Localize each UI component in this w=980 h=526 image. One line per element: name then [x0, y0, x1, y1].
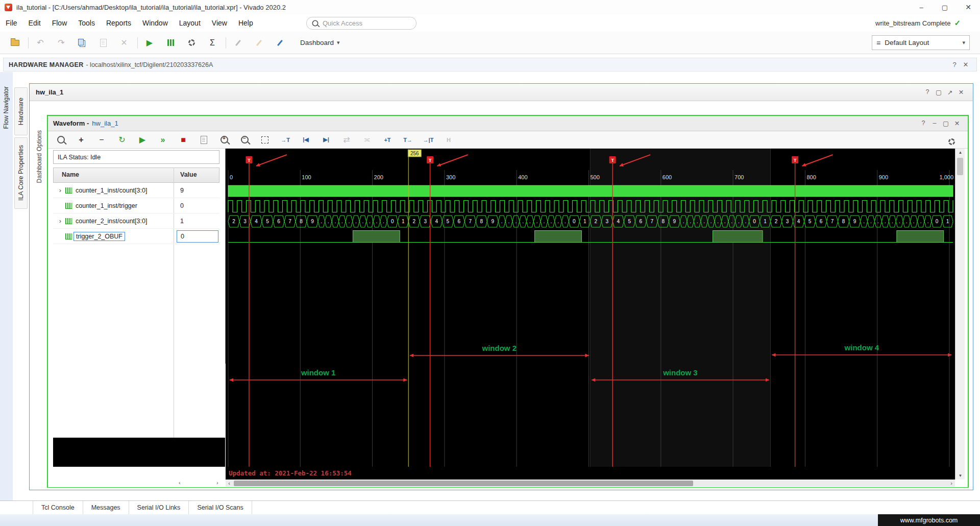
- name-column-header[interactable]: Name: [62, 171, 79, 178]
- horizontal-scrollbar[interactable]: ‹ ›: [226, 480, 955, 487]
- probe-icon[interactable]: [272, 35, 287, 51]
- go-to-end-icon[interactable]: ▶|: [318, 132, 334, 148]
- pane-scroll-right-icon[interactable]: ›: [216, 480, 218, 486]
- go-to-start-icon[interactable]: |◀: [298, 132, 313, 148]
- run-trigger-icon[interactable]: ▶: [135, 132, 150, 148]
- report-icon[interactable]: Σ: [205, 35, 220, 51]
- scroll-up-icon[interactable]: ▲: [955, 149, 965, 156]
- undo-icon[interactable]: ↶: [33, 35, 48, 51]
- scroll-left-icon[interactable]: ‹: [226, 480, 233, 487]
- menu-layout[interactable]: Layout: [174, 19, 206, 27]
- tab-serial-i-o-links[interactable]: Serial I/O Links: [129, 501, 189, 515]
- window-minimize-button[interactable]: –: [910, 0, 933, 14]
- layout-dropdown[interactable]: ≡ Default Layout ▾: [872, 35, 970, 50]
- remove-probe-icon[interactable]: −: [94, 132, 109, 148]
- signal-name[interactable]: counter_1_inst/count[3:0]: [76, 187, 147, 194]
- run-trigger-repeat-icon[interactable]: »: [155, 132, 170, 148]
- compare-icon[interactable]: ≍: [359, 132, 375, 148]
- expand-icon[interactable]: ›: [57, 186, 63, 194]
- quick-access-search[interactable]: Quick Access: [306, 17, 416, 30]
- table-row[interactable]: counter_1_inst/trigger0: [53, 198, 219, 213]
- settings-icon[interactable]: [184, 35, 199, 51]
- signal-value[interactable]: 1: [177, 218, 218, 225]
- maximize-icon[interactable]: ▢: [933, 88, 944, 96]
- help-icon[interactable]: ?: [922, 88, 933, 96]
- run-icon[interactable]: ▶: [142, 35, 157, 51]
- scroll-right-icon[interactable]: ›: [948, 480, 955, 487]
- svg-text:window 2: window 2: [482, 344, 517, 352]
- maximize-icon[interactable]: ▢: [940, 119, 951, 127]
- waveform-canvas-container[interactable]: 01002003004005006007008009001,0002345678…: [226, 149, 955, 467]
- signal-value[interactable]: 0: [177, 230, 218, 243]
- signal-name[interactable]: trigger_2_OBUF: [74, 232, 125, 241]
- find-icon[interactable]: [53, 132, 68, 148]
- table-row[interactable]: ›counter_1_inst/count[3:0]9: [53, 183, 219, 198]
- vertical-scrollbar[interactable]: ▲ ▼: [955, 149, 965, 480]
- tab-tcl-console[interactable]: Tcl Console: [33, 501, 83, 515]
- hold-icon[interactable]: H: [441, 132, 456, 148]
- flow-navigator-tab[interactable]: Flow Navigator: [3, 86, 10, 129]
- signal-name[interactable]: counter_2_inst/count[3:0]: [76, 218, 147, 225]
- svg-text:.: .: [745, 219, 746, 224]
- waveform-panel-header[interactable]: Waveform - hw_ila_1 ?–▢✕: [48, 116, 968, 131]
- redo-icon[interactable]: ↷: [54, 35, 69, 51]
- svg-text:8: 8: [662, 219, 665, 224]
- edit-icon[interactable]: [230, 35, 246, 51]
- waveform-settings-gear-icon[interactable]: [944, 134, 959, 149]
- horizontal-scroll-thumb[interactable]: [234, 481, 693, 486]
- signal-value[interactable]: 0: [177, 202, 218, 209]
- export-data-icon[interactable]: [196, 132, 211, 148]
- zoom-in-icon[interactable]: +: [216, 132, 232, 148]
- help-icon[interactable]: ?: [949, 61, 960, 68]
- delete-icon[interactable]: ✕: [116, 35, 132, 51]
- scroll-down-icon[interactable]: ▼: [955, 472, 965, 480]
- table-row[interactable]: ›counter_2_inst/count[3:0]1: [53, 213, 219, 229]
- waveform-panel-title-link[interactable]: hw_ila_1: [92, 119, 118, 127]
- menu-flow[interactable]: Flow: [46, 19, 73, 27]
- menu-tools[interactable]: Tools: [72, 19, 101, 27]
- vertical-scroll-thumb[interactable]: [957, 158, 963, 175]
- close-icon[interactable]: ✕: [960, 61, 971, 68]
- close-icon[interactable]: ✕: [951, 119, 963, 127]
- pane-scroll-left-icon[interactable]: ‹: [179, 480, 181, 486]
- window-maximize-button[interactable]: ▢: [933, 0, 957, 14]
- menu-window[interactable]: Window: [137, 19, 174, 27]
- signal-name[interactable]: counter_1_inst/trigger: [76, 202, 137, 209]
- value-column-header[interactable]: Value: [180, 171, 197, 178]
- close-icon[interactable]: ✕: [955, 88, 967, 96]
- copy-icon[interactable]: [75, 35, 90, 51]
- add-probe-icon[interactable]: +: [74, 132, 89, 148]
- run-trigger-immediate-icon[interactable]: ↻: [114, 132, 130, 148]
- zoom-fit-icon[interactable]: [257, 132, 273, 148]
- table-row[interactable]: trigger_2_OBUF0: [53, 229, 219, 244]
- swap-icon[interactable]: ⇄: [339, 132, 354, 148]
- tab-dashboard-options[interactable]: Dashboard Options: [36, 130, 43, 183]
- trigger-stop-position-icon[interactable]: →|T: [421, 132, 436, 148]
- open-icon[interactable]: [7, 35, 22, 51]
- stop-trigger-icon[interactable]: ■: [176, 132, 191, 148]
- zoom-out-icon[interactable]: −: [237, 132, 252, 148]
- menu-view[interactable]: View: [206, 19, 233, 27]
- minimize-icon[interactable]: –: [929, 119, 940, 127]
- tab-serial-i-o-scans[interactable]: Serial I/O Scans: [189, 501, 252, 515]
- expand-icon[interactable]: ›: [57, 217, 63, 225]
- menu-reports[interactable]: Reports: [101, 19, 137, 27]
- tab-hardware[interactable]: Hardware: [14, 87, 28, 135]
- run-steps-icon[interactable]: [163, 35, 178, 51]
- window-close-button[interactable]: ✕: [957, 0, 980, 14]
- hw-ila-panel-header[interactable]: hw_ila_1 ?▢↗✕: [29, 83, 973, 101]
- tab-ila-core-properties[interactable]: ILA Core Properties: [14, 137, 28, 209]
- add-trigger-icon[interactable]: +T: [380, 132, 395, 148]
- menu-file[interactable]: File: [0, 19, 23, 27]
- brush-icon[interactable]: [251, 35, 266, 51]
- dashboard-dropdown[interactable]: Dashboard ▾: [300, 39, 340, 46]
- trigger-position-icon[interactable]: T→: [400, 132, 415, 148]
- menu-edit[interactable]: Edit: [23, 19, 46, 27]
- tab-messages[interactable]: Messages: [83, 501, 129, 515]
- float-icon[interactable]: ↗: [944, 88, 955, 96]
- go-to-trigger-icon[interactable]: →T: [278, 132, 293, 148]
- paste-icon[interactable]: [95, 35, 111, 51]
- menu-help[interactable]: Help: [233, 19, 259, 27]
- help-icon[interactable]: ?: [918, 119, 929, 127]
- signal-value[interactable]: 9: [177, 187, 218, 194]
